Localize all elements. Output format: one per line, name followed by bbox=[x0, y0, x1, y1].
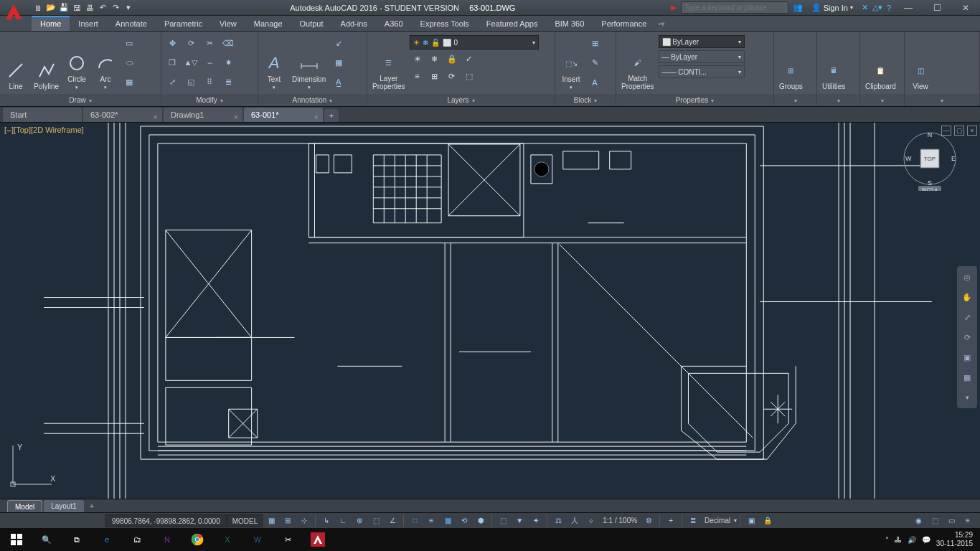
tab-home[interactable]: Home bbox=[32, 16, 70, 31]
layout-layout1[interactable]: Layout1 bbox=[44, 500, 84, 512]
lineweight-dropdown[interactable]: — ByLayer▾ bbox=[659, 50, 745, 63]
layer-tool8-icon[interactable]: ⬚ bbox=[461, 68, 477, 84]
edge-icon[interactable]: e bbox=[92, 529, 122, 550]
mtext-icon[interactable]: A̲ bbox=[330, 74, 347, 91]
layer-tool-icon[interactable]: ☀ bbox=[410, 51, 425, 67]
polar-icon[interactable]: ⊛ bbox=[352, 514, 367, 527]
view-button[interactable]: ◫View bbox=[907, 34, 934, 92]
panel-view-title[interactable] bbox=[905, 94, 979, 106]
signin-button[interactable]: 👤Sign In▾ bbox=[807, 3, 857, 12]
circle-button[interactable]: Circle▾ bbox=[63, 34, 90, 92]
showmotion2-icon[interactable]: ▦ bbox=[959, 369, 975, 385]
filetab-drawing1[interactable]: Drawing1× bbox=[164, 108, 242, 122]
tab-manage[interactable]: Manage bbox=[245, 16, 291, 31]
polyline-button[interactable]: Polyline bbox=[31, 34, 62, 92]
onenote-icon[interactable]: N bbox=[152, 529, 182, 550]
osnap-icon[interactable]: □ bbox=[407, 514, 423, 527]
copy-icon[interactable]: ❐ bbox=[164, 55, 181, 72]
system-clock[interactable]: 15:29 30-11-2015 bbox=[936, 531, 973, 548]
scale-readout[interactable]: 1:1 / 100% bbox=[600, 517, 640, 524]
layer-tool4-icon[interactable]: ✓ bbox=[461, 51, 477, 67]
color-dropdown[interactable]: ⬜ ByLayer▾ bbox=[659, 35, 745, 48]
drawing-canvas[interactable]: [‒][Top][2D Wireframe] — ▢ × N S W E TOP… bbox=[0, 123, 980, 499]
workspace-switch-icon[interactable]: ⚙ bbox=[641, 514, 656, 527]
stretch-icon[interactable]: ⤢ bbox=[164, 74, 181, 91]
selection-cycling-icon[interactable]: ⟲ bbox=[456, 514, 472, 527]
layer-tool6-icon[interactable]: ⊞ bbox=[427, 68, 443, 84]
tab-parametric[interactable]: Parametric bbox=[156, 16, 211, 31]
tab-view[interactable]: View bbox=[211, 16, 245, 31]
groups-button[interactable]: ⊞Groups bbox=[776, 34, 806, 92]
qat-save-icon[interactable]: 💾 bbox=[57, 1, 70, 14]
panel-properties-title[interactable]: Properties bbox=[616, 94, 773, 106]
autocad-taskbar-icon[interactable] bbox=[303, 529, 333, 550]
offset-icon[interactable]: ≣ bbox=[220, 74, 237, 91]
match-properties-button[interactable]: 🖌Match Properties bbox=[618, 34, 657, 92]
panel-modify-title[interactable]: Modify bbox=[161, 94, 258, 106]
line-button[interactable]: Line bbox=[2, 34, 29, 92]
qat-redo-icon[interactable]: ↷ bbox=[109, 1, 122, 14]
infergrid-icon[interactable]: ⊹ bbox=[296, 514, 312, 527]
close-icon[interactable]: × bbox=[154, 110, 158, 124]
qat-saveas-icon[interactable]: 🖫 bbox=[70, 1, 83, 14]
maximize-button[interactable]: ☐ bbox=[923, 0, 951, 16]
units-readout[interactable]: Decimal bbox=[702, 517, 733, 524]
panel-utilities-title[interactable] bbox=[817, 94, 859, 106]
filetab-63-002[interactable]: 63-002*× bbox=[83, 108, 162, 122]
zoom-extents-icon[interactable]: ⤢ bbox=[959, 309, 975, 325]
array-icon[interactable]: ⠿ bbox=[201, 74, 218, 91]
table-icon[interactable]: ▦ bbox=[330, 55, 347, 72]
dynamic-input-icon[interactable]: ↳ bbox=[319, 514, 334, 527]
scale-icon[interactable]: ◱ bbox=[182, 74, 199, 91]
qat-plot-icon[interactable]: 🖶 bbox=[83, 1, 96, 14]
panel-groups-title[interactable] bbox=[774, 94, 816, 106]
customize-status-icon[interactable]: ≡ bbox=[960, 514, 976, 527]
tray-volume-icon[interactable]: 🔊 bbox=[908, 536, 916, 544]
text-button[interactable]: AText▾ bbox=[260, 34, 288, 92]
close-button[interactable]: ✕ bbox=[951, 0, 980, 16]
layer-properties-button[interactable]: ☰Layer Properties bbox=[369, 34, 408, 92]
trim-icon[interactable]: ✂ bbox=[201, 35, 218, 52]
tab-performance[interactable]: Performance bbox=[593, 16, 655, 31]
search-trigger-icon[interactable]: ▶ bbox=[671, 3, 677, 12]
close-icon[interactable]: × bbox=[234, 110, 238, 124]
tray-action-center-icon[interactable]: 💬 bbox=[922, 536, 930, 544]
leader-icon[interactable]: ↙ bbox=[330, 35, 347, 52]
tab-a360[interactable]: A360 bbox=[376, 16, 412, 31]
osnap-tracking-icon[interactable]: ∠ bbox=[385, 514, 400, 527]
isodraft-icon[interactable]: ⬚ bbox=[368, 514, 384, 527]
annotation-monitor-icon[interactable]: + bbox=[663, 514, 679, 527]
viewport-label[interactable]: [‒][Top][2D Wireframe] bbox=[4, 126, 84, 135]
autoscale-icon[interactable]: ⟐ bbox=[583, 514, 599, 527]
hatch-icon[interactable]: ▦ bbox=[121, 74, 138, 91]
app-menu-button[interactable] bbox=[0, 0, 27, 24]
explorer-icon[interactable]: 🗂 bbox=[122, 529, 152, 550]
dimension-button[interactable]: Dimension▾ bbox=[289, 34, 329, 92]
search-icon[interactable]: 👥 bbox=[793, 3, 803, 12]
tray-network-icon[interactable]: 🖧 bbox=[895, 536, 902, 544]
qat-new-icon[interactable]: 🗎 bbox=[32, 1, 44, 14]
add-layout-button[interactable]: + bbox=[85, 501, 98, 510]
layout-model[interactable]: Model bbox=[7, 500, 42, 512]
selection-filter-icon[interactable]: ▼ bbox=[512, 514, 527, 527]
panel-annotation-title[interactable]: Annotation bbox=[258, 94, 367, 106]
create-block-icon[interactable]: ⊞ bbox=[586, 35, 603, 52]
annoscale-icon[interactable]: ⚖ bbox=[550, 514, 566, 527]
tab-overflow-icon[interactable]: •▾ bbox=[655, 16, 668, 31]
search-input[interactable] bbox=[681, 1, 788, 14]
panel-clipboard-title[interactable] bbox=[860, 94, 904, 106]
linetype-dropdown[interactable]: —— CONTI...▾ bbox=[659, 65, 745, 78]
taskview-icon[interactable]: ⧉ bbox=[62, 529, 92, 550]
pan-icon[interactable]: ✋ bbox=[959, 289, 975, 305]
cleanscreen-icon[interactable]: ▭ bbox=[943, 514, 959, 527]
viewcube[interactable]: N S W E TOP WCS ▾ bbox=[901, 130, 958, 191]
orbit-icon[interactable]: ⟳ bbox=[959, 329, 975, 345]
3dosnap-icon[interactable]: ⬢ bbox=[473, 514, 489, 527]
layer-tool3-icon[interactable]: 🔒 bbox=[444, 51, 460, 67]
panel-block-title[interactable]: Block bbox=[555, 94, 616, 106]
chrome-icon[interactable] bbox=[182, 529, 212, 550]
annovisibility-icon[interactable]: 人 bbox=[567, 514, 583, 527]
a360-icon[interactable]: △▾ bbox=[872, 3, 882, 12]
exchange-icon[interactable]: ✕ bbox=[862, 3, 868, 12]
filetab-start[interactable]: Start bbox=[3, 108, 82, 122]
